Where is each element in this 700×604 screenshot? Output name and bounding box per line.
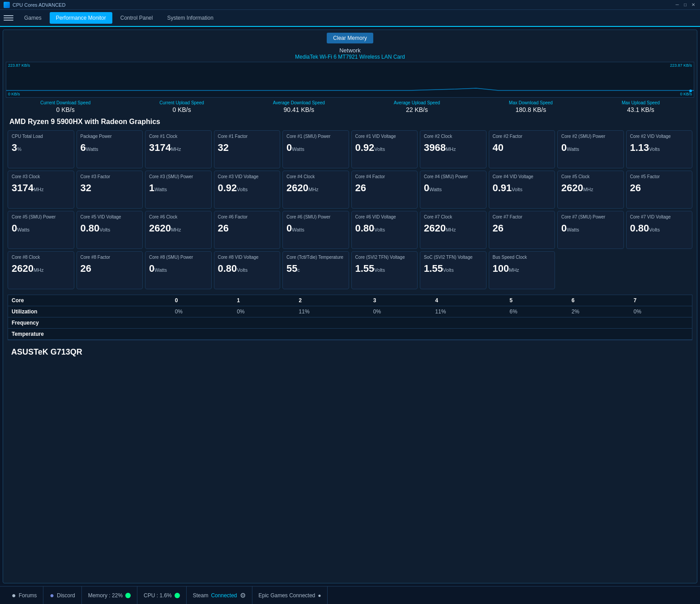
metric-label-31: Core #8 Factor [81, 254, 139, 260]
tab-system-information[interactable]: System Information [161, 12, 219, 24]
core-cell-1-7 [630, 317, 692, 329]
metric-value-19: 26 [630, 182, 689, 194]
core-cell-1-0 [171, 317, 233, 329]
metric-card-8: Core #2 (SMU) Power 0Watts [557, 130, 624, 168]
core-cell-1-2 [295, 317, 370, 329]
metric-card-1: Package Power 6Watts [77, 130, 143, 168]
cpu-heading: AMD Ryzen 9 5900HX with Radeon Graphics [9, 118, 694, 126]
metric-label-21: Core #5 VID Voltage [81, 214, 139, 220]
discord-icon: ● [50, 591, 54, 600]
core-cell-2-4 [431, 329, 506, 340]
metric-label-27: Core #7 Factor [493, 214, 551, 220]
cpu-label: CPU : 1.6% [144, 592, 172, 599]
status-discord[interactable]: ● Discord [43, 587, 81, 604]
metric-value-2: 3174MHz [149, 142, 208, 154]
metric-label-17: Core #4 VID Voltage [493, 174, 551, 180]
metric-value-32: 0Watts [149, 263, 208, 274]
metric-value-34: 55c [286, 263, 345, 274]
metric-label-36: SoC (SVI2 TFN) Voltage [424, 254, 482, 260]
window-controls: ─ □ ✕ [674, 2, 696, 8]
core-table-header-3: 2 [295, 295, 370, 306]
tab-games[interactable]: Games [18, 12, 48, 24]
maximize-button[interactable]: □ [682, 2, 688, 8]
net-stat-label-0: Current Download Speed [40, 100, 90, 105]
net-stat-0: Current Download Speed 0 KB/s [40, 100, 90, 113]
core-cell-2-6 [568, 329, 630, 340]
core-cell-0-6: 2% [568, 306, 630, 317]
core-cell-1-3 [370, 317, 431, 329]
metric-label-37: Bus Speed Clock [493, 254, 551, 260]
metric-card-3: Core #1 Factor 32 [214, 130, 281, 168]
core-row-header-0: Utilization [8, 306, 171, 317]
net-stat-3: Average Upload Speed 22 KB/s [394, 100, 440, 113]
metric-label-9: Core #2 VID Voltage [630, 133, 689, 139]
status-epic: Epic Games Connected ● [252, 587, 328, 604]
net-stat-5: Max Upload Speed 43.1 KB/s [622, 100, 660, 113]
chart-dot [689, 90, 692, 92]
metric-label-20: Core #5 (SMU) Power [12, 214, 70, 220]
metric-label-26: Core #7 Clock [424, 214, 482, 220]
metric-card-6: Core #2 Clock 3968MHz [420, 130, 487, 168]
minimize-button[interactable]: ─ [674, 2, 680, 8]
metric-label-34: Core (Tctl/Tdie) Temperature [286, 254, 345, 260]
metric-label-10: Core #3 Clock [12, 174, 70, 180]
metric-label-33: Core #8 VID Voltage [218, 254, 277, 260]
metric-value-5: 0.92Volts [355, 142, 414, 154]
metric-label-19: Core #5 Factor [630, 174, 689, 180]
metric-card-24: Core #6 (SMU) Power 0Watts [282, 211, 349, 249]
metric-value-14: 2620MHz [286, 182, 345, 194]
metric-card-9: Core #2 VID Voltage 1.13Volts [626, 130, 693, 168]
close-button[interactable]: ✕ [690, 2, 696, 8]
clear-memory-button[interactable]: Clear Memory [327, 33, 373, 43]
hamburger-menu-icon[interactable] [4, 13, 13, 23]
epic-label: Epic Games Connected [259, 592, 316, 599]
metric-card-27: Core #7 Factor 26 [489, 211, 555, 249]
metric-label-25: Core #6 VID Voltage [355, 214, 414, 220]
metric-card-32: Core #8 (SMU) Power 0Watts [145, 251, 212, 289]
core-cell-0-0: 0% [171, 306, 233, 317]
metric-card-11: Core #3 Factor 32 [77, 171, 143, 209]
metric-card-15: Core #4 Factor 26 [351, 171, 418, 209]
app-title: CPU Cores ADVANCED [13, 2, 674, 8]
metric-label-16: Core #4 (SMU) Power [424, 174, 482, 180]
status-forums[interactable]: ● Forums [5, 587, 43, 604]
metric-value-10: 3174MHz [12, 182, 70, 194]
net-stat-value-5: 43.1 KB/s [622, 106, 660, 113]
metric-value-20: 0Watts [12, 223, 70, 234]
core-table-header-2: 1 [233, 295, 295, 306]
core-row-header-2: Temperature [8, 329, 171, 340]
metric-value-28: 0Watts [561, 223, 620, 234]
status-memory: Memory : 22% [82, 587, 137, 604]
memory-indicator [125, 593, 131, 598]
metric-label-8: Core #2 (SMU) Power [561, 133, 620, 139]
core-table-header-7: 6 [568, 295, 630, 306]
metric-card-7: Core #2 Factor 40 [489, 130, 555, 168]
net-stat-label-2: Average Download Speed [273, 100, 325, 105]
metric-label-29: Core #7 VID Voltage [630, 214, 689, 220]
core-cell-1-5 [506, 317, 568, 329]
metrics-grid: CPU Total Load 3% Package Power 6Watts C… [6, 130, 694, 289]
metric-card-18: Core #5 Clock 2620MHz [557, 171, 624, 209]
net-stat-value-0: 0 KB/s [40, 106, 90, 113]
core-table-header-5: 4 [431, 295, 506, 306]
metric-value-16: 0Watts [424, 182, 482, 194]
metric-label-22: Core #6 Clock [149, 214, 208, 220]
metric-value-24: 0Watts [286, 223, 345, 234]
metric-value-13: 0.92Volts [218, 182, 277, 194]
core-cell-2-3 [370, 329, 431, 340]
net-stat-value-4: 180.8 KB/s [509, 106, 553, 113]
network-chart: 223.87 KB/s 223.87 KB/s 0 KB/s 0 KB/s [6, 62, 694, 98]
tab-control-panel[interactable]: Control Panel [114, 12, 159, 24]
metric-card-13: Core #3 VID Voltage 0.92Volts [214, 171, 281, 209]
tab-performance-monitor[interactable]: Performance Monitor [50, 12, 112, 24]
net-stat-value-3: 22 KB/s [394, 106, 440, 113]
net-stat-label-3: Average Upload Speed [394, 100, 440, 105]
core-row-header-1: Frequency [8, 317, 171, 329]
metric-card-22: Core #6 Clock 2620MHz [145, 211, 212, 249]
metric-value-25: 0.80Volts [355, 223, 414, 234]
core-cell-2-7 [630, 329, 692, 340]
metric-card-29: Core #7 VID Voltage 0.80Volts [626, 211, 693, 249]
network-graph-svg [6, 75, 694, 93]
metric-value-9: 1.13Volts [630, 142, 689, 154]
network-subtitle: MediaTek Wi-Fi 6 MT7921 Wireless LAN Car… [6, 54, 694, 60]
